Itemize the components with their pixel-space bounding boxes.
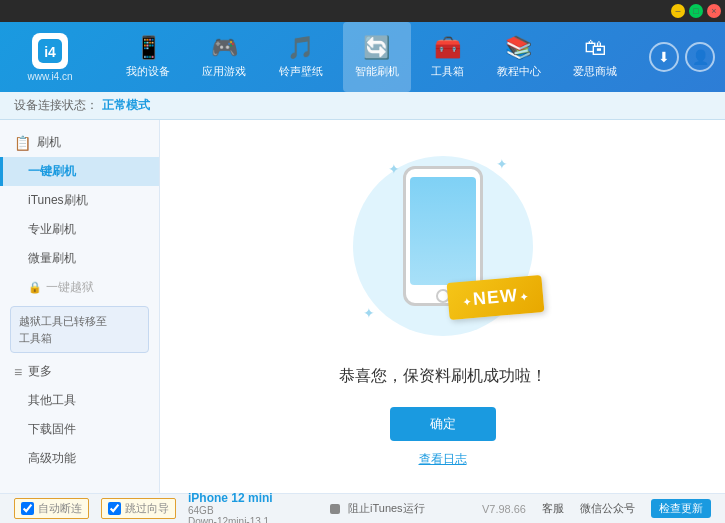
sparkle-3: ✦ bbox=[363, 305, 375, 321]
confirm-button[interactable]: 确定 bbox=[390, 407, 496, 441]
jailbreak-label: 一键越狱 bbox=[46, 279, 94, 296]
auto-disconnect-input[interactable] bbox=[21, 502, 34, 515]
auto-disconnect-checkbox[interactable]: 自动断连 bbox=[14, 498, 89, 519]
smartflash-icon: 🔄 bbox=[363, 35, 390, 61]
user-button[interactable]: 👤 bbox=[685, 42, 715, 72]
new-badge: NEW bbox=[446, 274, 544, 319]
nav-smartflash[interactable]: 🔄 智能刷机 bbox=[343, 22, 411, 92]
view-log-link[interactable]: 查看日志 bbox=[419, 451, 467, 468]
appgame-label: 应用游戏 bbox=[202, 64, 246, 79]
nav-bar: 📱 我的设备 🎮 应用游戏 🎵 铃声壁纸 🔄 智能刷机 🧰 工具箱 📚 教程中心… bbox=[110, 22, 633, 92]
onekey-label: 一键刷机 bbox=[28, 164, 76, 178]
sidebar-section-flash: 📋 刷机 一键刷机 iTunes刷机 专业刷机 微量刷机 🔒 一键越狱 越狱工具… bbox=[0, 128, 159, 353]
footer-left: 自动断连 跳过向导 iPhone 12 mini 64GB Down-12min… bbox=[14, 491, 273, 524]
nav-store[interactable]: 🛍 爱思商城 bbox=[561, 22, 629, 92]
skip-wizard-input[interactable] bbox=[108, 502, 121, 515]
skip-wizard-checkbox[interactable]: 跳过向导 bbox=[101, 498, 176, 519]
close-button[interactable]: × bbox=[707, 4, 721, 18]
logo-url: www.i4.cn bbox=[27, 71, 72, 82]
skip-wizard-label: 跳过向导 bbox=[125, 501, 169, 516]
itunes-control: 阻止iTunes运行 bbox=[330, 501, 425, 516]
sidebar-item-jailbreak-disabled: 🔒 一键越狱 bbox=[0, 273, 159, 302]
device-name: iPhone 12 mini bbox=[188, 491, 273, 505]
store-label: 爱思商城 bbox=[573, 64, 617, 79]
flash-section-label: 刷机 bbox=[37, 134, 61, 151]
mydevice-icon: 📱 bbox=[135, 35, 162, 61]
sidebar-info-box: 越狱工具已转移至工具箱 bbox=[10, 306, 149, 353]
footer: 自动断连 跳过向导 iPhone 12 mini 64GB Down-12min… bbox=[0, 493, 725, 523]
appgame-icon: 🎮 bbox=[211, 35, 238, 61]
sidebar-section-header-flash[interactable]: 📋 刷机 bbox=[0, 128, 159, 157]
othertools-label: 其他工具 bbox=[28, 393, 76, 407]
download-label: 下载固件 bbox=[28, 422, 76, 436]
device-storage: 64GB bbox=[188, 505, 273, 516]
maximize-button[interactable]: □ bbox=[689, 4, 703, 18]
device-model: Down-12mini-13.1 bbox=[188, 516, 273, 524]
status-bar: 设备连接状态： 正常模式 bbox=[0, 92, 725, 120]
itunes-label[interactable]: 阻止iTunes运行 bbox=[348, 501, 425, 516]
smartflash-label: 智能刷机 bbox=[355, 64, 399, 79]
title-bar: – □ × bbox=[0, 0, 725, 22]
success-message: 恭喜您，保资料刷机成功啦！ bbox=[339, 366, 547, 387]
header-actions: ⬇ 👤 bbox=[643, 42, 715, 72]
svg-text:i4: i4 bbox=[44, 44, 56, 60]
status-prefix: 设备连接状态： bbox=[14, 97, 98, 114]
more-section-label: 更多 bbox=[28, 363, 52, 380]
sidebar-item-pro[interactable]: 专业刷机 bbox=[0, 215, 159, 244]
nav-appgame[interactable]: 🎮 应用游戏 bbox=[190, 22, 258, 92]
header: i4 www.i4.cn 📱 我的设备 🎮 应用游戏 🎵 铃声壁纸 🔄 智能刷机… bbox=[0, 22, 725, 92]
tutorial-icon: 📚 bbox=[505, 35, 532, 61]
ringtone-icon: 🎵 bbox=[287, 35, 314, 61]
update-button[interactable]: 检查更新 bbox=[651, 499, 711, 518]
info-box-text: 越狱工具已转移至工具箱 bbox=[19, 315, 107, 344]
sidebar-section-more: ≡ 更多 其他工具 下载固件 高级功能 bbox=[0, 357, 159, 473]
sidebar: 📋 刷机 一键刷机 iTunes刷机 专业刷机 微量刷机 🔒 一键越狱 越狱工具… bbox=[0, 120, 160, 493]
status-value: 正常模式 bbox=[102, 97, 150, 114]
sidebar-item-download[interactable]: 下载固件 bbox=[0, 415, 159, 444]
ringtone-label: 铃声壁纸 bbox=[279, 64, 323, 79]
nav-toolbox[interactable]: 🧰 工具箱 bbox=[419, 22, 476, 92]
advanced-label: 高级功能 bbox=[28, 451, 76, 465]
nav-ringtone[interactable]: 🎵 铃声壁纸 bbox=[267, 22, 335, 92]
phone-illustration: ✦ ✦ ✦ NEW bbox=[343, 146, 543, 346]
footer-right: V7.98.66 客服 微信公众号 检查更新 bbox=[482, 499, 711, 518]
logo-icon: i4 bbox=[32, 33, 68, 69]
pro-label: 专业刷机 bbox=[28, 222, 76, 236]
sidebar-item-advanced[interactable]: 高级功能 bbox=[0, 444, 159, 473]
main-area: 📋 刷机 一键刷机 iTunes刷机 专业刷机 微量刷机 🔒 一键越狱 越狱工具… bbox=[0, 120, 725, 493]
toolbox-label: 工具箱 bbox=[431, 64, 464, 79]
micro-label: 微量刷机 bbox=[28, 251, 76, 265]
nav-mydevice[interactable]: 📱 我的设备 bbox=[114, 22, 182, 92]
support-link[interactable]: 客服 bbox=[542, 501, 564, 516]
toolbox-icon: 🧰 bbox=[434, 35, 461, 61]
content-area: ✦ ✦ ✦ NEW 恭喜您，保资料刷机成功啦！ 确定 查看日志 bbox=[160, 120, 725, 493]
version-label: V7.98.66 bbox=[482, 503, 526, 515]
lock-icon: 🔒 bbox=[28, 281, 42, 294]
store-icon: 🛍 bbox=[584, 35, 606, 61]
wechat-link[interactable]: 微信公众号 bbox=[580, 501, 635, 516]
sidebar-item-micro[interactable]: 微量刷机 bbox=[0, 244, 159, 273]
sidebar-item-itunes[interactable]: iTunes刷机 bbox=[0, 186, 159, 215]
download-button[interactable]: ⬇ bbox=[649, 42, 679, 72]
phone-screen bbox=[410, 177, 476, 285]
minimize-button[interactable]: – bbox=[671, 4, 685, 18]
sidebar-section-header-more[interactable]: ≡ 更多 bbox=[0, 357, 159, 386]
itunes-icon bbox=[330, 504, 340, 514]
more-section-icon: ≡ bbox=[14, 364, 22, 380]
device-info: iPhone 12 mini 64GB Down-12mini-13.1 bbox=[188, 491, 273, 524]
sidebar-item-onekey[interactable]: 一键刷机 bbox=[0, 157, 159, 186]
tutorial-label: 教程中心 bbox=[497, 64, 541, 79]
sidebar-item-othertools[interactable]: 其他工具 bbox=[0, 386, 159, 415]
sparkle-1: ✦ bbox=[388, 161, 400, 177]
nav-tutorial[interactable]: 📚 教程中心 bbox=[485, 22, 553, 92]
mydevice-label: 我的设备 bbox=[126, 64, 170, 79]
flash-section-icon: 📋 bbox=[14, 135, 31, 151]
itunes-label: iTunes刷机 bbox=[28, 193, 88, 207]
sparkle-2: ✦ bbox=[496, 156, 508, 172]
logo: i4 www.i4.cn bbox=[10, 33, 90, 82]
auto-disconnect-label: 自动断连 bbox=[38, 501, 82, 516]
